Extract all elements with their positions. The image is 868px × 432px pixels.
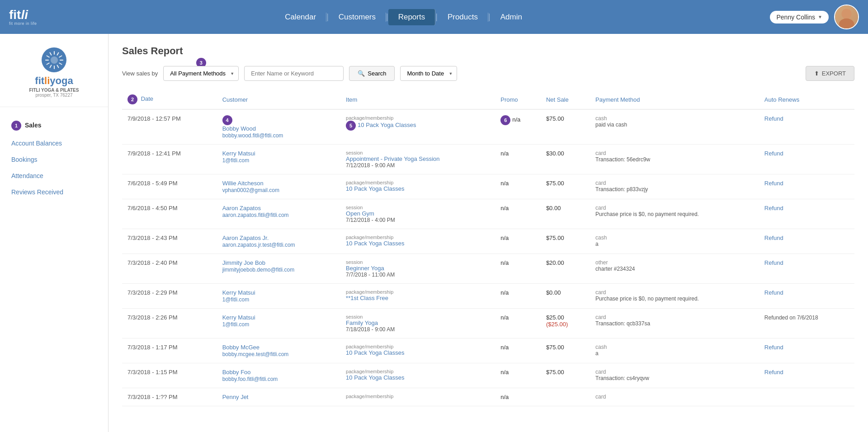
item-name-link[interactable]: Beginner Yoga (346, 265, 384, 272)
table-row: 7/6/2018 - 4:50 PM Aaron Zapatos aaron.z… (122, 199, 854, 229)
customer-email-link[interactable]: jimmityjoebob.demo@fitli.com (222, 267, 295, 273)
sidebar-item-bookings[interactable]: Bookings (0, 151, 108, 168)
item-name-link[interactable]: Family Yoga (346, 319, 378, 326)
export-label: EXPORT (822, 70, 846, 77)
col-header-item: Item (340, 90, 495, 109)
annotation-1: 1 (11, 121, 21, 131)
col-header-customer: Customer (217, 90, 340, 109)
refund-link[interactable]: Refund (764, 289, 783, 296)
item-name-link[interactable]: 10 Pack Yoga Classes (358, 122, 416, 128)
customer-email-link[interactable]: aaron.zapatos.jr.test@fitli.com (222, 242, 295, 248)
customer-name-link[interactable]: Penny Jet (222, 394, 249, 400)
item-name-link[interactable]: **1st Class Free (346, 295, 388, 301)
payment-type: card (595, 289, 754, 296)
customer-name-link[interactable]: Kerry Matsui (222, 150, 255, 157)
net-sale: $75.00 (546, 115, 564, 122)
sidebar-item-account-balances[interactable]: Account Balances (0, 135, 108, 151)
customer-name-link[interactable]: Aaron Zapatos Jr. (222, 235, 269, 241)
cell-date: 7/3/2018 - 2:26 PM (122, 309, 217, 338)
payment-type: card (595, 180, 754, 186)
refund-link[interactable]: Refund (764, 235, 783, 241)
refund-link[interactable]: Refund (764, 205, 783, 211)
cell-payment: card (590, 388, 759, 406)
customer-email-link[interactable]: 1@fitli.com (222, 296, 250, 303)
item-date: 7/7/2018 - 11:00 AM (346, 272, 490, 278)
table-row: 7/6/2018 - 5:49 PM Willie Aitcheson vpha… (122, 174, 854, 199)
net-sale: $0.00 (546, 289, 561, 296)
refund-link[interactable]: Refund (764, 150, 783, 157)
net-sale: $75.00 (546, 369, 564, 376)
customer-email-link[interactable]: vphan0002@gmail.com (222, 187, 279, 193)
customer-name-link[interactable]: Jimmity Joe Bob (222, 259, 265, 266)
annotation-2: 2 (127, 94, 137, 104)
svg-rect-12 (45, 60, 49, 61)
customer-email-link[interactable]: bobby.foo.fitli@fitli.com (222, 376, 278, 382)
customer-name-link[interactable]: Bobby McGee (222, 344, 259, 351)
cell-autorenews: Refund (759, 199, 854, 229)
customer-name-link[interactable]: Kerry Matsui (222, 314, 255, 321)
svg-rect-9 (54, 66, 55, 69)
table-row: 7/3/2018 - 2:40 PM Jimmity Joe Bob jimmi… (122, 254, 854, 284)
item-name-link[interactable]: 10 Pack Yoga Classes (346, 240, 404, 247)
customer-name-link[interactable]: Bobby Wood (222, 125, 256, 132)
cell-customer: Aaron Zapatos aaron.zapatos.fitli@fitli.… (217, 199, 340, 229)
table-row: 7/3/2018 - 2:26 PM Kerry Matsui 1@fitli.… (122, 309, 854, 338)
customer-name-link[interactable]: Kerry Matsui (222, 289, 255, 296)
refund-link[interactable]: Refund (764, 180, 783, 187)
net-sale-refund: ($25.00) (546, 321, 568, 328)
customer-name-link[interactable]: Bobby Foo (222, 369, 251, 376)
payment-detail: a (595, 241, 754, 247)
sidebar-item-attendance[interactable]: Attendance (0, 168, 108, 184)
nav-customers[interactable]: Customers (329, 13, 386, 22)
payment-select-wrapper[interactable]: All Payment Methods Cash Card Other (163, 66, 239, 81)
cell-payment: cash a (590, 338, 759, 363)
refund-link[interactable]: Refund (764, 115, 783, 122)
item-name-link[interactable]: Open Gym (346, 210, 374, 217)
customer-email-link[interactable]: 1@fitli.com (222, 157, 250, 164)
cell-payment: other charter #234324 (590, 254, 759, 284)
nav-reports[interactable]: Reports (388, 9, 436, 25)
cell-autorenews: Refund (759, 145, 854, 174)
customer-email-link[interactable]: aaron.zapatos.fitli@fitli.com (222, 212, 289, 218)
customer-name-link[interactable]: Aaron Zapatos (222, 205, 261, 211)
nav-admin[interactable]: Admin (491, 13, 532, 22)
search-input[interactable] (244, 66, 344, 81)
cell-promo: n/a (495, 363, 541, 388)
user-pill[interactable]: Penny Collins ▼ (770, 11, 829, 23)
item-date: 7/18/2018 - 9:00 AM (346, 326, 490, 333)
cell-customer: 4 Bobby Wood bobby.wood.fitli@fitli.com (217, 109, 340, 145)
customer-name-link[interactable]: Willie Aitcheson (222, 180, 264, 187)
avatar (834, 5, 859, 29)
date-select-wrapper[interactable]: Month to Date Today This Week This Year … (400, 66, 457, 81)
customer-email-link[interactable]: bobby.wood.fitli@fitli.com (222, 132, 283, 139)
cell-payment: card Transaction: qcb337sa (590, 309, 759, 338)
payment-detail: Transaction: qcb337sa (595, 320, 754, 327)
sidebar-item-reviews[interactable]: Reviews Received (0, 184, 108, 200)
export-button[interactable]: ⬆ EXPORT (806, 66, 854, 81)
item-name-link[interactable]: 10 Pack Yoga Classes (346, 374, 404, 381)
cell-payment: card Transaction: p833vzjy (590, 174, 759, 199)
cell-item: package/membership **1st Class Free (340, 284, 495, 309)
date-range-select[interactable]: Month to Date Today This Week This Year … (400, 66, 457, 81)
item-type: package/membership (346, 235, 490, 240)
item-name-link[interactable]: 10 Pack Yoga Classes (346, 185, 404, 192)
customer-email-link[interactable]: 1@fitli.com (222, 321, 250, 328)
col-header-payment: Payment Method (590, 90, 759, 109)
main-layout: fitliyoga FITLI YOGA & PILATES prosper, … (0, 34, 868, 432)
nav-calendar[interactable]: Calendar (275, 13, 326, 22)
cell-promo: n/a (495, 338, 541, 363)
refund-link[interactable]: Refund (764, 259, 783, 266)
refund-link[interactable]: Refund (764, 344, 783, 351)
payment-detail: paid via cash (595, 122, 754, 128)
refund-link[interactable]: Refund (764, 369, 783, 376)
customer-email-link[interactable]: bobby.mcgee.test@fitli.com (222, 351, 289, 357)
view-sales-label: View sales by (122, 70, 158, 77)
cell-promo: n/a (495, 309, 541, 338)
payment-method-select[interactable]: All Payment Methods Cash Card Other (163, 66, 239, 81)
nav-products[interactable]: Products (438, 13, 488, 22)
item-name-link[interactable]: Appointment - Private Yoga Session (346, 155, 439, 162)
net-sale: $75.00 (546, 344, 564, 351)
item-name-link[interactable]: 10 Pack Yoga Classes (346, 349, 404, 356)
sidebar-item-sales[interactable]: 1 Sales (0, 116, 108, 135)
search-button[interactable]: 🔍 Search (349, 66, 395, 81)
